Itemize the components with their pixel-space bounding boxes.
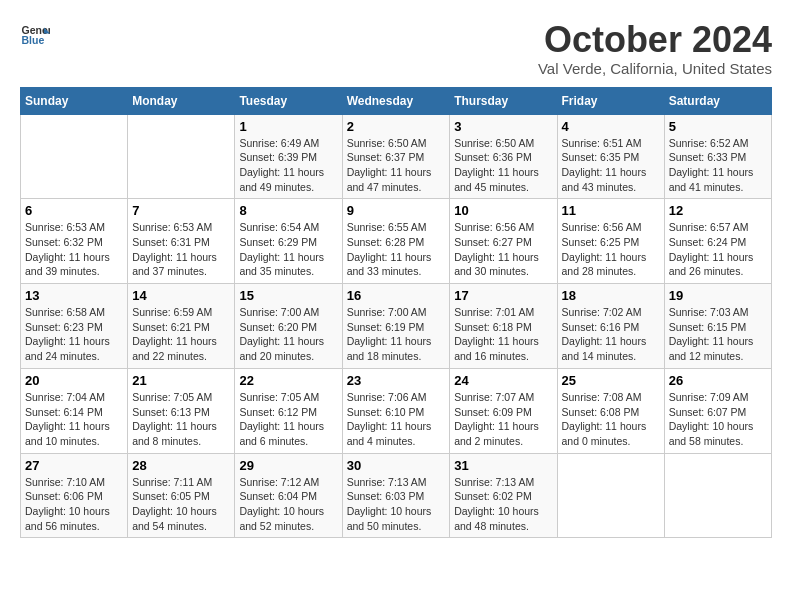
day-info: Sunrise: 6:58 AM Sunset: 6:23 PM Dayligh… [25, 305, 123, 364]
calendar-cell: 9Sunrise: 6:55 AM Sunset: 6:28 PM Daylig… [342, 199, 450, 284]
day-info: Sunrise: 7:05 AM Sunset: 6:12 PM Dayligh… [239, 390, 337, 449]
day-number: 29 [239, 458, 337, 473]
calendar-cell: 7Sunrise: 6:53 AM Sunset: 6:31 PM Daylig… [128, 199, 235, 284]
calendar-cell: 5Sunrise: 6:52 AM Sunset: 6:33 PM Daylig… [664, 114, 771, 199]
week-row-5: 27Sunrise: 7:10 AM Sunset: 6:06 PM Dayli… [21, 453, 772, 538]
day-info: Sunrise: 6:56 AM Sunset: 6:27 PM Dayligh… [454, 220, 552, 279]
calendar-table: SundayMondayTuesdayWednesdayThursdayFrid… [20, 87, 772, 539]
calendar-cell: 4Sunrise: 6:51 AM Sunset: 6:35 PM Daylig… [557, 114, 664, 199]
calendar-cell: 21Sunrise: 7:05 AM Sunset: 6:13 PM Dayli… [128, 368, 235, 453]
calendar-cell [128, 114, 235, 199]
calendar-cell: 22Sunrise: 7:05 AM Sunset: 6:12 PM Dayli… [235, 368, 342, 453]
calendar-cell: 25Sunrise: 7:08 AM Sunset: 6:08 PM Dayli… [557, 368, 664, 453]
header-cell-tuesday: Tuesday [235, 87, 342, 114]
calendar-cell: 1Sunrise: 6:49 AM Sunset: 6:39 PM Daylig… [235, 114, 342, 199]
header-row: SundayMondayTuesdayWednesdayThursdayFrid… [21, 87, 772, 114]
calendar-cell: 2Sunrise: 6:50 AM Sunset: 6:37 PM Daylig… [342, 114, 450, 199]
day-info: Sunrise: 6:59 AM Sunset: 6:21 PM Dayligh… [132, 305, 230, 364]
day-info: Sunrise: 7:10 AM Sunset: 6:06 PM Dayligh… [25, 475, 123, 534]
location-title: Val Verde, California, United States [538, 60, 772, 77]
day-info: Sunrise: 7:13 AM Sunset: 6:03 PM Dayligh… [347, 475, 446, 534]
day-info: Sunrise: 7:08 AM Sunset: 6:08 PM Dayligh… [562, 390, 660, 449]
calendar-cell: 27Sunrise: 7:10 AM Sunset: 6:06 PM Dayli… [21, 453, 128, 538]
calendar-cell: 11Sunrise: 6:56 AM Sunset: 6:25 PM Dayli… [557, 199, 664, 284]
day-info: Sunrise: 7:03 AM Sunset: 6:15 PM Dayligh… [669, 305, 767, 364]
calendar-cell: 12Sunrise: 6:57 AM Sunset: 6:24 PM Dayli… [664, 199, 771, 284]
calendar-cell: 26Sunrise: 7:09 AM Sunset: 6:07 PM Dayli… [664, 368, 771, 453]
calendar-cell: 24Sunrise: 7:07 AM Sunset: 6:09 PM Dayli… [450, 368, 557, 453]
day-number: 30 [347, 458, 446, 473]
day-number: 26 [669, 373, 767, 388]
day-info: Sunrise: 7:06 AM Sunset: 6:10 PM Dayligh… [347, 390, 446, 449]
logo: General Blue [20, 20, 50, 50]
header-cell-saturday: Saturday [664, 87, 771, 114]
day-info: Sunrise: 6:57 AM Sunset: 6:24 PM Dayligh… [669, 220, 767, 279]
day-info: Sunrise: 6:54 AM Sunset: 6:29 PM Dayligh… [239, 220, 337, 279]
calendar-cell: 8Sunrise: 6:54 AM Sunset: 6:29 PM Daylig… [235, 199, 342, 284]
header-cell-thursday: Thursday [450, 87, 557, 114]
day-number: 15 [239, 288, 337, 303]
day-number: 23 [347, 373, 446, 388]
header-cell-wednesday: Wednesday [342, 87, 450, 114]
week-row-3: 13Sunrise: 6:58 AM Sunset: 6:23 PM Dayli… [21, 284, 772, 369]
day-info: Sunrise: 6:50 AM Sunset: 6:36 PM Dayligh… [454, 136, 552, 195]
calendar-cell: 29Sunrise: 7:12 AM Sunset: 6:04 PM Dayli… [235, 453, 342, 538]
header-cell-monday: Monday [128, 87, 235, 114]
week-row-1: 1Sunrise: 6:49 AM Sunset: 6:39 PM Daylig… [21, 114, 772, 199]
logo-icon: General Blue [20, 20, 50, 50]
calendar-cell: 31Sunrise: 7:13 AM Sunset: 6:02 PM Dayli… [450, 453, 557, 538]
header: General Blue October 2024 Val Verde, Cal… [20, 20, 772, 77]
day-number: 2 [347, 119, 446, 134]
day-number: 9 [347, 203, 446, 218]
day-number: 4 [562, 119, 660, 134]
day-info: Sunrise: 7:13 AM Sunset: 6:02 PM Dayligh… [454, 475, 552, 534]
calendar-cell: 13Sunrise: 6:58 AM Sunset: 6:23 PM Dayli… [21, 284, 128, 369]
day-number: 16 [347, 288, 446, 303]
calendar-cell: 30Sunrise: 7:13 AM Sunset: 6:03 PM Dayli… [342, 453, 450, 538]
day-info: Sunrise: 7:01 AM Sunset: 6:18 PM Dayligh… [454, 305, 552, 364]
day-number: 17 [454, 288, 552, 303]
day-info: Sunrise: 7:09 AM Sunset: 6:07 PM Dayligh… [669, 390, 767, 449]
day-info: Sunrise: 7:04 AM Sunset: 6:14 PM Dayligh… [25, 390, 123, 449]
day-number: 14 [132, 288, 230, 303]
day-number: 24 [454, 373, 552, 388]
day-info: Sunrise: 6:55 AM Sunset: 6:28 PM Dayligh… [347, 220, 446, 279]
day-number: 1 [239, 119, 337, 134]
calendar-cell: 17Sunrise: 7:01 AM Sunset: 6:18 PM Dayli… [450, 284, 557, 369]
day-info: Sunrise: 6:56 AM Sunset: 6:25 PM Dayligh… [562, 220, 660, 279]
day-number: 21 [132, 373, 230, 388]
calendar-cell: 16Sunrise: 7:00 AM Sunset: 6:19 PM Dayli… [342, 284, 450, 369]
month-title: October 2024 [538, 20, 772, 60]
day-number: 7 [132, 203, 230, 218]
day-number: 11 [562, 203, 660, 218]
calendar-cell: 15Sunrise: 7:00 AM Sunset: 6:20 PM Dayli… [235, 284, 342, 369]
calendar-cell: 14Sunrise: 6:59 AM Sunset: 6:21 PM Dayli… [128, 284, 235, 369]
day-number: 25 [562, 373, 660, 388]
day-info: Sunrise: 6:52 AM Sunset: 6:33 PM Dayligh… [669, 136, 767, 195]
day-info: Sunrise: 6:50 AM Sunset: 6:37 PM Dayligh… [347, 136, 446, 195]
day-number: 10 [454, 203, 552, 218]
calendar-cell: 10Sunrise: 6:56 AM Sunset: 6:27 PM Dayli… [450, 199, 557, 284]
day-number: 27 [25, 458, 123, 473]
day-number: 31 [454, 458, 552, 473]
day-info: Sunrise: 6:53 AM Sunset: 6:31 PM Dayligh… [132, 220, 230, 279]
day-info: Sunrise: 7:00 AM Sunset: 6:19 PM Dayligh… [347, 305, 446, 364]
day-number: 22 [239, 373, 337, 388]
day-info: Sunrise: 6:49 AM Sunset: 6:39 PM Dayligh… [239, 136, 337, 195]
day-info: Sunrise: 7:11 AM Sunset: 6:05 PM Dayligh… [132, 475, 230, 534]
week-row-2: 6Sunrise: 6:53 AM Sunset: 6:32 PM Daylig… [21, 199, 772, 284]
day-number: 12 [669, 203, 767, 218]
day-info: Sunrise: 6:53 AM Sunset: 6:32 PM Dayligh… [25, 220, 123, 279]
calendar-cell [557, 453, 664, 538]
calendar-cell: 20Sunrise: 7:04 AM Sunset: 6:14 PM Dayli… [21, 368, 128, 453]
day-info: Sunrise: 6:51 AM Sunset: 6:35 PM Dayligh… [562, 136, 660, 195]
calendar-cell: 23Sunrise: 7:06 AM Sunset: 6:10 PM Dayli… [342, 368, 450, 453]
day-number: 19 [669, 288, 767, 303]
calendar-cell: 6Sunrise: 6:53 AM Sunset: 6:32 PM Daylig… [21, 199, 128, 284]
header-cell-friday: Friday [557, 87, 664, 114]
day-info: Sunrise: 7:00 AM Sunset: 6:20 PM Dayligh… [239, 305, 337, 364]
day-number: 18 [562, 288, 660, 303]
day-number: 20 [25, 373, 123, 388]
calendar-cell: 28Sunrise: 7:11 AM Sunset: 6:05 PM Dayli… [128, 453, 235, 538]
calendar-cell: 19Sunrise: 7:03 AM Sunset: 6:15 PM Dayli… [664, 284, 771, 369]
